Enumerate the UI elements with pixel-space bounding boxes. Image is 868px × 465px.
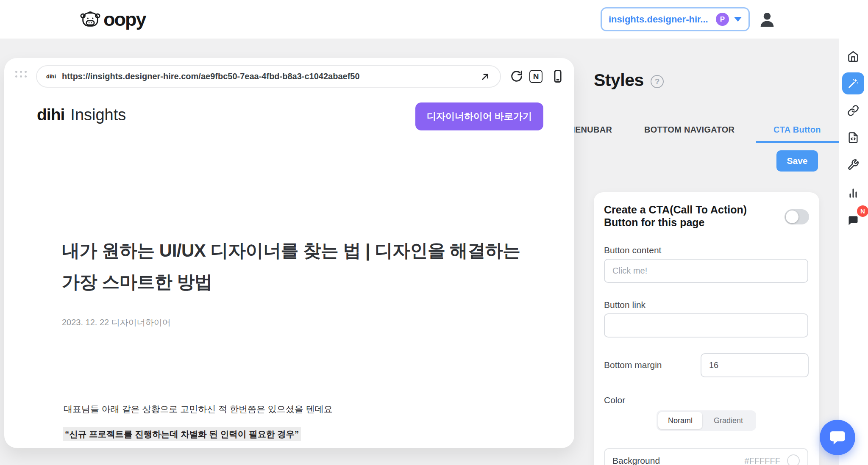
- link-icon: [847, 105, 859, 116]
- article-quote: “신규 프로젝트를 진행하는데 차별화 된 인력이 필요한 경우”: [63, 427, 301, 441]
- settings-tools-button[interactable]: [842, 154, 864, 176]
- tool-rail: N: [839, 39, 868, 465]
- bottom-margin-label: Bottom margin: [604, 360, 662, 370]
- bar-chart-icon: [847, 187, 859, 199]
- cta-enable-toggle[interactable]: [785, 209, 809, 224]
- tab-bottom-navigator[interactable]: BOTTOM NAVIGATOR: [644, 125, 734, 135]
- cta-settings-card: Create a CTA(Call To Action) Button for …: [594, 192, 819, 465]
- chevron-down-icon: [734, 17, 742, 22]
- cow-logo-icon: [80, 10, 101, 29]
- preview-url-bar[interactable]: dihi https://insights.designer-hire.com/…: [36, 65, 501, 88]
- wrench-icon: [847, 159, 859, 171]
- styles-wand-button[interactable]: [842, 72, 864, 94]
- bottom-margin-input[interactable]: [701, 353, 809, 377]
- color-mode-segmented-control: Noraml Gradient: [657, 410, 756, 431]
- cta-card-title-line2: Button for this page: [604, 216, 747, 229]
- plan-badge: P: [716, 13, 729, 26]
- button-content-input[interactable]: [604, 259, 808, 283]
- article-paragraph: 대표님들 아래 같은 상황으로 고민하신 적 한번쯤은 있으셨을 텐데요: [64, 403, 333, 415]
- home-button[interactable]: [842, 45, 864, 67]
- dihi-insights-logo: dihi Insights: [37, 105, 126, 124]
- article-title-line1: 내가 원하는 UI/UX 디자이너를 찾는 법 | 디자인을 해결하는: [62, 235, 520, 266]
- notion-letter: N: [533, 72, 539, 81]
- visit-designerhire-button[interactable]: 디자이너하이어 바로가기: [415, 102, 543, 130]
- tab-menubar[interactable]: MENUBAR: [568, 125, 612, 135]
- profile-button[interactable]: [757, 9, 777, 30]
- open-external-icon[interactable]: [480, 71, 491, 82]
- cta-card-title-line1: Create a CTA(Call To Action): [604, 204, 747, 216]
- site-preview-card: dihi https://insights.designer-hire.com/…: [4, 58, 574, 448]
- active-tab-underline: [756, 141, 839, 143]
- mobile-view-icon[interactable]: [551, 69, 565, 84]
- site-selector-label: insights.designer-hir...: [609, 14, 711, 25]
- background-color-row: Background #FFFFFF: [605, 449, 807, 465]
- button-link-input[interactable]: [604, 313, 808, 338]
- app-window: oopy insights.designer-hir... P dihi htt…: [0, 0, 868, 465]
- color-label: Color: [604, 395, 625, 405]
- magic-wand-icon: [847, 78, 859, 89]
- color-mode-gradient[interactable]: Gradient: [702, 412, 754, 429]
- article-date: 2023. 12. 22 디자이너하이어: [62, 317, 171, 328]
- file-code-icon: [847, 132, 859, 144]
- drag-handle[interactable]: [15, 71, 27, 78]
- home-icon: [847, 50, 859, 62]
- button-content-label: Button content: [604, 245, 661, 255]
- article-title: 내가 원하는 UI/UX 디자이너를 찾는 법 | 디자인을 해결하는 가장 스…: [62, 235, 520, 298]
- notion-icon[interactable]: N: [529, 70, 542, 83]
- save-button[interactable]: Save: [776, 150, 818, 172]
- site-favicon: dihi: [46, 73, 56, 80]
- color-mode-normal[interactable]: Noraml: [658, 412, 702, 429]
- notification-badge: N: [857, 205, 868, 217]
- styles-panel-title: Styles: [594, 70, 644, 90]
- preview-url-text: https://insights.designer-hire.com/ae9fb…: [62, 72, 474, 81]
- embed-code-button[interactable]: [842, 127, 864, 149]
- refresh-icon[interactable]: [510, 69, 523, 83]
- cta-card-title: Create a CTA(Call To Action) Button for …: [604, 204, 747, 229]
- background-color-swatch[interactable]: [787, 454, 800, 465]
- insights-logo-text: Insights: [70, 106, 126, 124]
- oopy-logo: oopy: [80, 8, 146, 30]
- person-icon: [757, 10, 777, 29]
- analytics-button[interactable]: [842, 182, 864, 204]
- oopy-logo-text: oopy: [103, 8, 146, 30]
- chat-bubble-icon: [847, 215, 859, 227]
- article-title-line2: 가장 스마트한 방법: [62, 266, 520, 298]
- button-link-label: Button link: [604, 300, 645, 310]
- background-hex-value: #FFFFFF: [745, 456, 780, 465]
- tab-cta-button[interactable]: CTA Button: [773, 125, 821, 135]
- background-label: Background: [612, 456, 745, 465]
- support-chat-button[interactable]: [820, 420, 855, 455]
- background-color-box: Background #FFFFFF: [604, 448, 808, 465]
- help-icon[interactable]: ?: [651, 75, 664, 88]
- toggle-knob: [786, 210, 798, 223]
- dihi-logo-text: dihi: [37, 105, 64, 124]
- chat-fab-icon: [828, 428, 847, 447]
- link-button[interactable]: [842, 100, 864, 122]
- site-selector-dropdown[interactable]: insights.designer-hir... P: [601, 7, 750, 31]
- top-bar: oopy insights.designer-hir... P: [0, 0, 868, 39]
